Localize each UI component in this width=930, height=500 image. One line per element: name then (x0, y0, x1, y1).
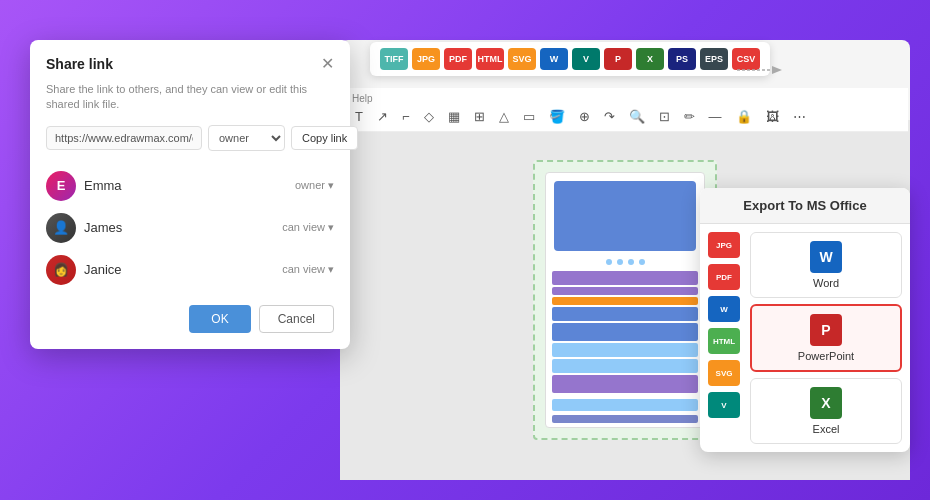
image-icon[interactable]: 🖼 (763, 107, 782, 126)
format-ppt[interactable]: P (604, 48, 632, 70)
copy-link-button[interactable]: Copy link (291, 126, 358, 150)
format-pdf[interactable]: PDF (444, 48, 472, 70)
connect-tool-icon[interactable]: ⊕ (576, 107, 593, 126)
dot-3 (628, 259, 634, 265)
dialog-description: Share the link to others, and they can v… (46, 82, 334, 113)
arrow-tool-icon[interactable]: ↗ (374, 107, 391, 126)
more-icon[interactable]: ⋯ (790, 107, 809, 126)
format-ps[interactable]: PS (668, 48, 696, 70)
export-sidebar-word[interactable]: W (708, 296, 740, 322)
arrow-indicator (732, 63, 782, 81)
share-link-dialog: Share link ✕ Share the link to others, a… (30, 40, 350, 349)
word-icon: W (810, 241, 842, 273)
close-button[interactable]: ✕ (321, 56, 334, 72)
format-html[interactable]: HTML (476, 48, 504, 70)
excel-label: Excel (813, 423, 840, 435)
format-word[interactable]: W (540, 48, 568, 70)
lock-icon[interactable]: 🔒 (733, 107, 755, 126)
user-row-james: 👤 James can view ▾ (46, 207, 334, 249)
dot-1 (606, 259, 612, 265)
dialog-actions: OK Cancel (46, 305, 334, 333)
avatar-emma: E (46, 171, 76, 201)
format-visio[interactable]: V (572, 48, 600, 70)
export-panel: Export To MS Office JPG PDF W HTML SVG V… (700, 188, 910, 452)
fill-tool-icon[interactable]: 🪣 (546, 107, 568, 126)
dot-2 (617, 259, 623, 265)
shape-tool-icon[interactable]: ◇ (421, 107, 437, 126)
avatar-janice: 👩 (46, 255, 76, 285)
export-panel-title: Export To MS Office (700, 188, 910, 224)
user-name-james: James (84, 220, 274, 235)
rack-row-8 (552, 375, 698, 393)
diagram-monitor (554, 181, 696, 251)
export-main: W Word P PowerPoint X Excel (750, 232, 902, 444)
export-card-powerpoint[interactable]: P PowerPoint (750, 304, 902, 372)
editor-toolbar: Help T ↗ ⌐ ◇ ▦ ⊞ △ ▭ 🪣 ⊕ ↷ 🔍 ⊡ ✏ — 🔒 🖼 ⋯ (342, 88, 908, 132)
avatar-james: 👤 (46, 213, 76, 243)
powerpoint-label: PowerPoint (798, 350, 854, 362)
user-row-emma: E Emma owner ▾ (46, 165, 334, 207)
grid-tool-icon[interactable]: ⊞ (471, 107, 488, 126)
word-label: Word (813, 277, 839, 289)
rack-row-6 (552, 343, 698, 357)
user-name-emma: Emma (84, 178, 287, 193)
export-sidebar-svg[interactable]: SVG (708, 360, 740, 386)
text-tool-icon[interactable]: T (352, 107, 366, 126)
rack-row-4 (552, 307, 698, 321)
rack-row-2 (552, 287, 698, 295)
diagram-canvas (545, 172, 705, 428)
format-tiff[interactable]: TIFF (380, 48, 408, 70)
link-input[interactable] (46, 126, 202, 150)
format-jpg[interactable]: JPG (412, 48, 440, 70)
export-sidebar-pdf[interactable]: PDF (708, 264, 740, 290)
export-sidebar-visio[interactable]: V (708, 392, 740, 418)
format-excel[interactable]: X (636, 48, 664, 70)
line-icon[interactable]: — (706, 107, 725, 126)
user-name-janice: Janice (84, 262, 274, 277)
table-tool-icon[interactable]: ▦ (445, 107, 463, 126)
diagram-dots (546, 255, 704, 269)
export-card-excel[interactable]: X Excel (750, 378, 902, 444)
rack-row-5 (552, 323, 698, 341)
frame-icon[interactable]: ⊡ (656, 107, 673, 126)
pen-icon[interactable]: ✏ (681, 107, 698, 126)
powerpoint-icon: P (810, 314, 842, 346)
rack-row-10 (552, 415, 698, 423)
export-sidebar: JPG PDF W HTML SVG V (708, 232, 744, 444)
user-role-james[interactable]: can view ▾ (282, 221, 334, 234)
rack-row-9 (552, 399, 698, 411)
rect-tool-icon[interactable]: ▭ (520, 107, 538, 126)
export-sidebar-jpg[interactable]: JPG (708, 232, 740, 258)
ok-button[interactable]: OK (189, 305, 250, 333)
dialog-title: Share link (46, 56, 113, 72)
zoom-in-icon[interactable]: 🔍 (626, 107, 648, 126)
chart-tool-icon[interactable]: △ (496, 107, 512, 126)
user-role-janice[interactable]: can view ▾ (282, 263, 334, 276)
help-label: Help (352, 93, 898, 104)
diagram-wrapper (533, 160, 717, 440)
link-row: owner can view can edit Copy link (46, 125, 334, 151)
excel-icon: X (810, 387, 842, 419)
dot-4 (639, 259, 645, 265)
export-sidebar-html[interactable]: HTML (708, 328, 740, 354)
corner-tool-icon[interactable]: ⌐ (399, 107, 413, 126)
dialog-header: Share link ✕ (46, 56, 334, 72)
export-card-word[interactable]: W Word (750, 232, 902, 298)
link-role-select[interactable]: owner can view can edit (208, 125, 285, 151)
cancel-button[interactable]: Cancel (259, 305, 334, 333)
format-svg[interactable]: SVG (508, 48, 536, 70)
svg-marker-1 (772, 66, 782, 74)
curve-tool-icon[interactable]: ↷ (601, 107, 618, 126)
format-bar: TIFF JPG PDF HTML SVG W V P X PS EPS CSV (370, 42, 770, 76)
export-body: JPG PDF W HTML SVG V W Word P PowerPoint… (700, 224, 910, 452)
format-eps[interactable]: EPS (700, 48, 728, 70)
rack-row-7 (552, 359, 698, 373)
rack-row-3 (552, 297, 698, 305)
rack-row-1 (552, 271, 698, 285)
user-role-emma[interactable]: owner ▾ (295, 179, 334, 192)
user-row-janice: 👩 Janice can view ▾ (46, 249, 334, 291)
